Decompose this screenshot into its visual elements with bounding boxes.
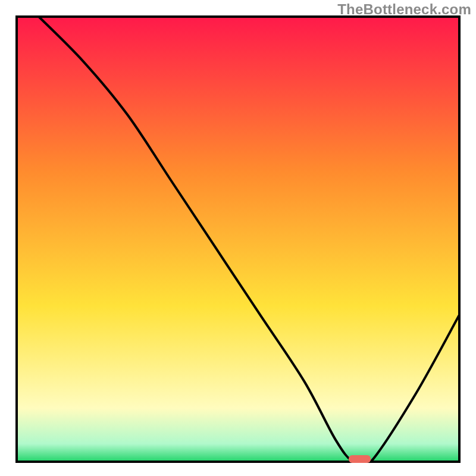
bottleneck-chart: TheBottleneck.com (0, 0, 476, 476)
optimal-marker (349, 455, 371, 463)
watermark-text: TheBottleneck.com (337, 1, 471, 18)
gradient-background (17, 17, 459, 462)
chart-svg (0, 0, 476, 476)
